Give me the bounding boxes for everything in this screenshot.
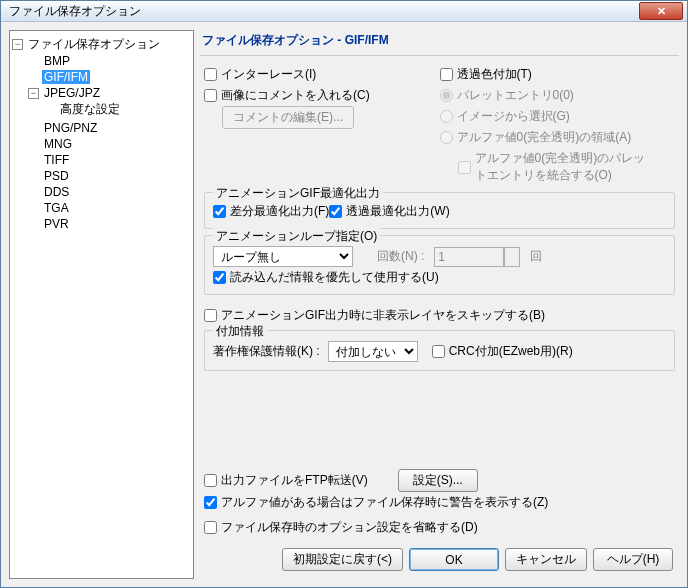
tree-item-psd[interactable]: PSD	[28, 169, 191, 183]
copyright-select[interactable]: 付加しない	[328, 341, 418, 362]
ftp-checkbox[interactable]: 出力ファイルをFTP転送(V)	[204, 472, 368, 489]
dialog-window: ファイル保存オプション ✕ −ファイル保存オプション BMP GIF/IFM −…	[0, 0, 688, 588]
comment-checkbox[interactable]: 画像にコメントを入れる(C)	[204, 87, 440, 104]
titlebar: ファイル保存オプション ✕	[1, 1, 687, 22]
palette-entry-radio: パレットエントリ0(0)	[440, 87, 676, 104]
tree-root[interactable]: −ファイル保存オプション	[12, 36, 191, 53]
tree-item-jpeg-advanced[interactable]: 高度な設定	[44, 101, 191, 118]
tree-item-jpeg[interactable]: −JPEG/JPZ	[28, 86, 191, 100]
omit-options-checkbox[interactable]: ファイル保存時のオプション設定を省略する(D)	[204, 519, 675, 536]
group-title: 付加情報	[213, 323, 267, 340]
anim-optimize-group: アニメーションGIF最適化出力 差分最適化出力(F) 透過最適化出力(W)	[204, 192, 675, 229]
edit-comment-button[interactable]: コメントの編集(E)...	[222, 106, 354, 129]
alpha-region-radio: アルファ値0(完全透明)の領域(A)	[440, 129, 676, 146]
panel-heading: ファイル保存オプション - GIF/IFM	[200, 30, 679, 56]
loop-count-input	[434, 247, 504, 267]
window-title: ファイル保存オプション	[5, 3, 639, 20]
tree-item-dds[interactable]: DDS	[28, 185, 191, 199]
collapse-icon[interactable]: −	[12, 39, 23, 50]
copyright-label: 著作権保護情報(K) :	[213, 343, 320, 360]
group-title: アニメーションGIF最適化出力	[213, 185, 383, 202]
collapse-icon[interactable]: −	[28, 88, 39, 99]
ftp-settings-button[interactable]: 設定(S)...	[398, 469, 478, 492]
tree-item-pvr[interactable]: PVR	[28, 217, 191, 231]
loop-count-spinner	[504, 247, 520, 267]
group-title: アニメーションループ指定(O)	[213, 228, 380, 245]
loop-select[interactable]: ループ無し	[213, 246, 353, 267]
loop-unit-label: 回	[530, 248, 542, 265]
tree-item-tiff[interactable]: TIFF	[28, 153, 191, 167]
dialog-footer: 初期設定に戻す(<) OK キャンセル ヘルプ(H)	[200, 540, 679, 579]
crc-checkbox[interactable]: CRC付加(EZweb用)(R)	[432, 343, 573, 360]
tree-item-png[interactable]: PNG/PNZ	[28, 121, 191, 135]
reset-button[interactable]: 初期設定に戻す(<)	[282, 548, 403, 571]
interlace-checkbox[interactable]: インターレース(I)	[204, 66, 440, 83]
cancel-button[interactable]: キャンセル	[505, 548, 587, 571]
ok-button[interactable]: OK	[409, 548, 499, 571]
use-embedded-checkbox[interactable]: 読み込んだ情報を優先して使用する(U)	[213, 269, 666, 286]
loop-count-label: 回数(N) :	[377, 248, 424, 265]
diff-optimize-checkbox[interactable]: 差分最適化出力(F)	[213, 203, 329, 220]
alpha-warn-checkbox[interactable]: アルファ値がある場合はファイル保存時に警告を表示する(Z)	[204, 494, 675, 511]
from-image-radio: イメージから選択(G)	[440, 108, 676, 125]
addinfo-group: 付加情報 著作権保護情報(K) : 付加しない CRC付加(EZweb用)(R)	[204, 330, 675, 371]
skip-hidden-checkbox[interactable]: アニメーションGIF出力時に非表示レイヤをスキップする(B)	[204, 307, 675, 324]
tree-item-gif[interactable]: GIF/IFM	[28, 70, 191, 84]
loop-group: アニメーションループ指定(O) ループ無し 回数(N) : 回 読み込んだ情報を…	[204, 235, 675, 295]
close-button[interactable]: ✕	[639, 2, 683, 20]
help-button[interactable]: ヘルプ(H)	[593, 548, 673, 571]
transparency-checkbox[interactable]: 透過色付加(T)	[440, 66, 676, 83]
tree-item-mng[interactable]: MNG	[28, 137, 191, 151]
alpha-merge-checkbox: アルファ値0(完全透明)のパレットエントリを統合する(O)	[458, 150, 676, 184]
tree-item-tga[interactable]: TGA	[28, 201, 191, 215]
trans-optimize-checkbox[interactable]: 透過最適化出力(W)	[329, 203, 449, 220]
category-tree[interactable]: −ファイル保存オプション BMP GIF/IFM −JPEG/JPZ 高度な設定…	[9, 30, 194, 579]
tree-item-bmp[interactable]: BMP	[28, 54, 191, 68]
